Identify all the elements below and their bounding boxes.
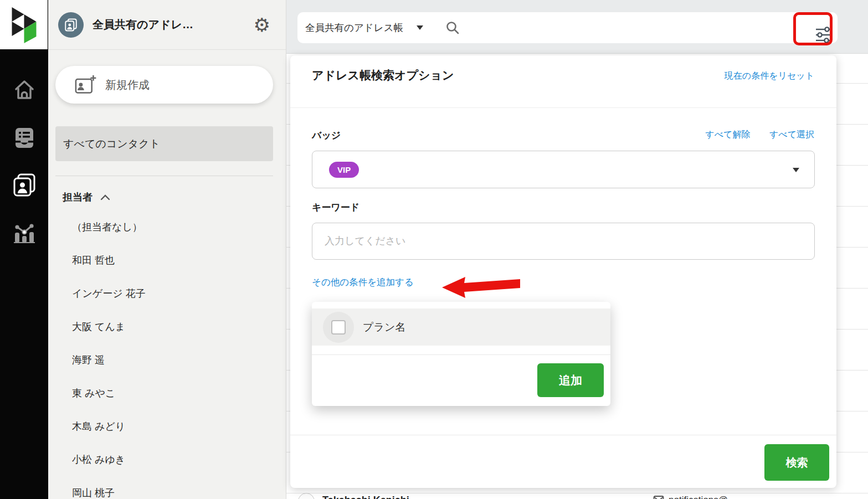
badge-section-label: バッジ [312,129,341,142]
dropdown-divider [312,354,610,355]
contact-name: Takahashi Kenichi [322,495,409,499]
address-book-icon [63,17,79,33]
addressbook-select-value: 全員共有のアドレス帳 [305,21,403,34]
contact-email: notifications@... [669,495,736,499]
contact-avatar [298,493,315,499]
addressbook-select[interactable]: 全員共有のアドレス帳 [305,21,423,34]
addressbook-title: 全員共有のアドレ… [93,17,231,32]
condition-dropdown: プラン名 追加 [312,302,610,406]
owner-item[interactable]: 東 みやこ [48,377,286,410]
owner-item[interactable]: （担当者なし） [48,210,286,244]
nav-contacts[interactable] [0,172,48,198]
contact-row[interactable]: Takahashi Kenichi notifications@... [286,491,868,499]
owners-header-label: 担当者 [63,191,93,204]
sidebar-divider [55,176,273,176]
chevron-down-icon [793,168,799,172]
nav-rail [0,0,48,499]
contacts-icon [12,172,37,198]
add-button[interactable]: 追加 [537,363,604,397]
addressbook-sidebar: 全員共有のアドレ… ⚙ 新規作成 すべてのコンタクト 担当者 （担当者なし） 和… [48,0,286,499]
owner-item[interactable]: 岡山 桃子 [48,476,286,499]
condition-option-row[interactable]: プラン名 [312,308,610,346]
chevron-up-icon [100,194,110,200]
addressbook-header: 全員共有のアドレ… ⚙ [48,0,286,50]
nav-home[interactable] [0,76,48,103]
owner-item[interactable]: 小松 みゆき [48,443,286,476]
all-contacts-label: すべてのコンタクト [63,137,160,151]
condition-option-label: プラン名 [363,320,405,335]
inbox-icon [12,125,37,150]
owner-item[interactable]: 海野 遥 [48,343,286,377]
toolbar: 全員共有のアドレス帳 [286,0,868,54]
reset-conditions-link[interactable]: 現在の条件をリセット [725,70,814,82]
nav-inbox[interactable] [0,124,48,151]
all-contacts-item[interactable]: すべてのコンタクト [55,126,273,161]
plan-name-checkbox[interactable] [331,320,346,335]
search-button[interactable]: 検索 [764,444,829,481]
search-bar: 全員共有のアドレス帳 [297,12,838,43]
panel-title: アドレス帳検索オプション [312,68,454,83]
owner-item[interactable]: 木島 みどり [48,410,286,443]
select-all-link[interactable]: すべて選択 [769,130,814,139]
owner-item[interactable]: インゲージ 花子 [48,277,286,310]
owners-list: （担当者なし） 和田 哲也 インゲージ 花子 大阪 てんま 海野 遥 東 みやこ… [48,210,286,499]
panel-footer-divider [290,435,836,435]
addressbook-avatar [58,12,84,38]
add-condition-link[interactable]: その他の条件を追加する [312,276,414,289]
app-logo[interactable] [0,0,48,49]
analytics-icon [12,220,37,245]
add-contact-icon [74,75,96,95]
keyword-section-label: キーワード [312,201,359,214]
owner-item[interactable]: 和田 哲也 [48,244,286,277]
badge-chip-vip: VIP [329,162,359,178]
search-options-panel: アドレス帳検索オプション 現在の条件をリセット バッジ すべて解除 すべて選択 … [290,55,836,488]
search-icon[interactable] [445,20,460,35]
chevron-down-icon [417,25,423,30]
new-contact-label: 新規作成 [105,78,150,92]
owners-section-header[interactable]: 担当者 [63,191,110,204]
mail-icon [653,495,664,499]
annotation-arrow [442,276,521,298]
filter-options-button[interactable] [807,20,840,49]
badge-links: すべて解除 すべて選択 [705,129,814,141]
nav-analytics[interactable] [0,219,48,246]
main-area: Takahashi Kenichi notifications@... 全員共有… [286,0,868,499]
filter-sliders-icon [814,26,833,44]
deselect-all-link[interactable]: すべて解除 [705,130,750,139]
relation-pinwheel-logo-icon [10,6,37,44]
keyword-input[interactable] [312,223,815,260]
owner-item[interactable]: 大阪 てんま [48,310,286,343]
panel-divider [290,107,836,108]
gear-icon[interactable]: ⚙ [254,14,270,35]
new-contact-button[interactable]: 新規作成 [55,66,273,104]
home-icon [12,78,37,102]
badge-multiselect[interactable]: VIP [312,151,815,188]
